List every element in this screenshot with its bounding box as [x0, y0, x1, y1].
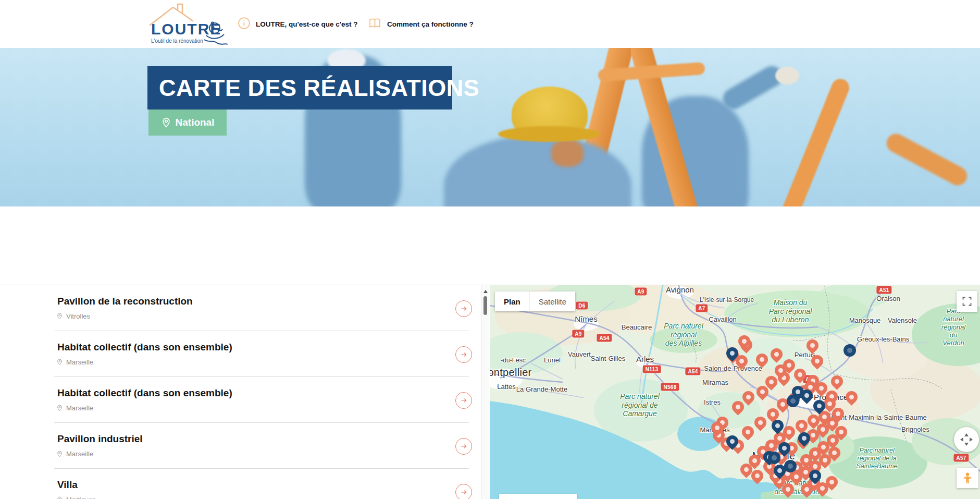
road-badge: N113	[643, 366, 661, 373]
road-badge: A54	[597, 334, 612, 342]
result-title: Habitat collectif (dans son ensemble)	[57, 387, 232, 399]
pan-control[interactable]	[954, 427, 979, 452]
hero-photo: CARTE DES RÉALISATIONS National	[0, 48, 980, 206]
road-badge: A9	[572, 330, 584, 338]
result-title: Pavillon de la reconstruction	[57, 296, 193, 307]
road-badge: N568	[661, 383, 679, 391]
scrollbar-thumb[interactable]	[483, 296, 487, 315]
result-open-button[interactable]	[455, 300, 472, 317]
map-label-park: Maison du Parc régional du Luberon	[769, 298, 812, 324]
map-type-plan-button[interactable]: Plan	[495, 291, 529, 311]
map-label-city: Istres	[704, 398, 721, 406]
result-city: Vitrolles	[56, 312, 90, 320]
scope-badge-label: National	[176, 117, 215, 128]
map-marker-navy[interactable]	[768, 452, 780, 464]
result-title: Pavillon industriel	[57, 433, 143, 445]
map-type-control: Plan Satellite	[495, 291, 575, 311]
map-label-city: Saint-Maximin-la-Sainte-Baume	[831, 413, 927, 421]
results-scrollbar[interactable]	[481, 285, 489, 499]
scope-badge: National	[148, 109, 227, 136]
location-pin-icon	[56, 496, 63, 499]
result-divider	[54, 376, 469, 377]
result-open-button[interactable]	[455, 346, 472, 363]
hero-hard-hat-brim	[498, 126, 600, 142]
map-marker-navy[interactable]	[843, 344, 856, 357]
map-label-city: Avignon	[666, 285, 694, 295]
map-label-city: Lunel	[544, 356, 561, 364]
result-divider	[54, 422, 469, 423]
arrow-right-icon	[459, 396, 468, 405]
map-label-city: Valensole	[888, 317, 917, 324]
location-pin-icon	[56, 313, 63, 320]
map-type-satellite-button[interactable]: Satellite	[529, 291, 575, 311]
logo[interactable]: LOUTRE L'outil de la rénovation	[148, 3, 231, 46]
road-badge: A54	[685, 368, 700, 375]
arrow-right-icon	[459, 304, 468, 313]
nav-link-how-it-works[interactable]: Comment ça fonctionne ?	[368, 0, 474, 48]
info-icon	[238, 17, 251, 32]
location-pin-icon	[56, 405, 63, 411]
fullscreen-button[interactable]	[957, 291, 977, 312]
road-badge: A9	[635, 288, 647, 296]
map-partial-overlay	[499, 494, 577, 499]
pegman-icon	[962, 471, 973, 485]
road-badge: A57	[953, 454, 969, 462]
map-label-city: Montpellier	[490, 367, 532, 379]
result-open-button[interactable]	[455, 392, 472, 409]
road-badge: D6	[576, 302, 588, 310]
location-pin-icon	[161, 117, 171, 128]
map-label-city: Brignoles	[901, 425, 929, 433]
nav-link-label: LOUTRE, qu'est-ce que c'est ?	[256, 20, 357, 28]
scroll-up-arrow[interactable]	[483, 288, 488, 293]
map-label-city: L'Isle-sur-la-Sorgue	[700, 296, 754, 303]
map-label-city: Arles	[636, 355, 654, 364]
map-label-city: Gréoux-les-Bains	[857, 335, 909, 343]
result-city: Marseille	[56, 358, 93, 366]
map-marker-navy[interactable]	[787, 395, 799, 407]
location-pin-icon	[56, 359, 63, 366]
map-label-city: Miramas	[702, 379, 728, 386]
map-label-city: La Grande-Motte	[516, 385, 567, 393]
street-view-pegman-button[interactable]	[957, 468, 978, 488]
road-badge: A7	[696, 305, 708, 312]
map-label-park: Parc naturel régional des Alpilles	[664, 322, 703, 348]
map-label-city: Vauvert	[568, 350, 591, 358]
nav-link-what-is-loutre[interactable]: LOUTRE, qu'est-ce que c'est ?	[238, 0, 357, 48]
result-title: Habitat collectif (dans son ensemble)	[57, 342, 232, 353]
hero-worker-arm	[719, 62, 786, 113]
pan-left-icon	[958, 437, 963, 442]
map-label-park: Parc naturel régional de la Sainte-Baume	[856, 447, 897, 470]
map-label-city: Nîmes	[575, 314, 597, 324]
arrow-right-icon	[459, 350, 468, 359]
location-pin-icon	[56, 451, 63, 457]
page: LOUTRE L'outil de la rénovation	[0, 0, 980, 499]
result-divider	[54, 468, 469, 469]
result-open-button[interactable]	[455, 438, 472, 455]
result-city: Martigues	[56, 496, 96, 499]
map-label-city: Manosque	[849, 317, 881, 324]
road-badge: A51	[876, 286, 891, 294]
hero-glove	[775, 67, 799, 84]
results-list: Pavillon de la reconstructionVitrollesHa…	[0, 285, 490, 499]
result-title: Villa	[57, 479, 78, 491]
map-label-park: Parc naturel régional du Verdon	[940, 307, 967, 347]
arrow-right-icon	[459, 442, 468, 451]
map-marker-navy[interactable]	[784, 460, 797, 472]
arrow-right-icon	[459, 488, 468, 497]
map-label-city: Cavaillon	[709, 315, 736, 323]
filter-bar: Type de logement Type de prestation Surf…	[0, 206, 980, 285]
logo-tagline: L'outil de la rénovation	[151, 38, 203, 44]
hero-ladder-pole	[779, 76, 852, 206]
map-label-city: Saint-Gilles	[591, 355, 625, 362]
result-open-button[interactable]	[455, 484, 472, 499]
hero-worker-neck	[551, 140, 584, 167]
map[interactable]: AvignonL'Isle-sur-la-SorgueCavaillonOrai…	[490, 285, 980, 499]
hero-ladder-pole	[883, 130, 970, 189]
map-label-city: Oraison	[876, 295, 900, 302]
nav-link-label: Comment ça fonctionne ?	[387, 20, 474, 28]
fullscreen-icon	[962, 296, 972, 307]
result-divider	[54, 331, 469, 331]
pan-up-icon	[964, 431, 969, 436]
result-city: Marseille	[56, 450, 93, 458]
map-label-park: Parc naturel régional de Camargue	[620, 392, 659, 418]
